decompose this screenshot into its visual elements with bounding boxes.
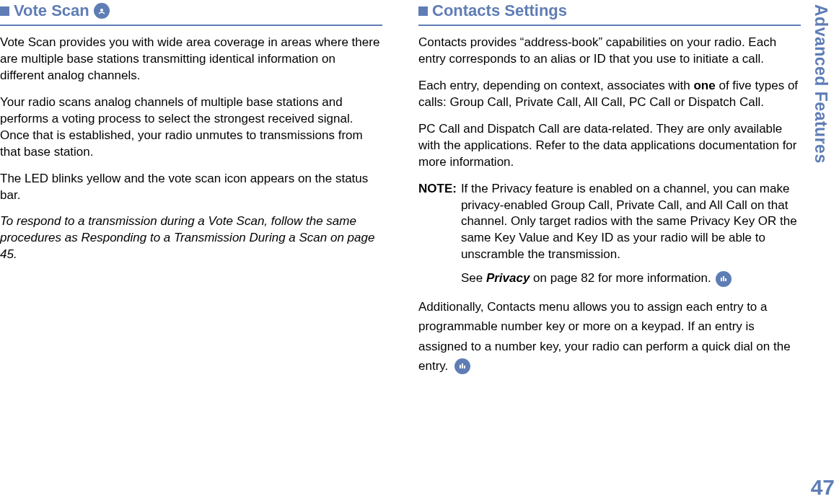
note-block: NOTE: If the Privacy feature is enabled … <box>418 181 801 288</box>
heading-contacts-settings: Contacts Settings <box>432 1 567 20</box>
note-body: If the Privacy feature is enabled on a c… <box>461 181 801 288</box>
text-span: See <box>461 271 486 285</box>
heading-vote-scan: Vote Scan <box>14 1 89 20</box>
contacts-paragraph-1: Contacts provides “address-book” capabil… <box>418 35 801 68</box>
contacts-paragraph-2: Each entry, depending on context, associ… <box>418 78 801 111</box>
text-span: on page 82 for more information. <box>530 271 711 285</box>
svg-rect-5 <box>725 278 726 281</box>
vote-scan-paragraph-3: The LED blinks yellow and the vote scan … <box>0 171 382 204</box>
svg-point-1 <box>100 9 103 12</box>
digital-mode-icon <box>716 271 732 287</box>
left-column: Vote Scan Vote Scan provides you with wi… <box>0 0 382 386</box>
svg-rect-3 <box>721 278 722 281</box>
privacy-link-text: Privacy <box>486 271 530 285</box>
section-bullet-icon <box>418 6 428 16</box>
section-bullet-icon <box>0 6 9 16</box>
digital-mode-icon <box>454 358 470 374</box>
svg-rect-8 <box>462 363 463 368</box>
svg-rect-7 <box>460 365 461 368</box>
columns: Vote Scan Vote Scan provides you with wi… <box>0 0 803 386</box>
heading-row-vote-scan: Vote Scan <box>0 1 382 20</box>
note-see-line: See Privacy on page 82 for more informat… <box>461 270 801 287</box>
text-span: Additionally, Contacts menu allows you t… <box>418 300 791 373</box>
heading-row-contacts: Contacts Settings <box>418 1 801 20</box>
vote-scan-paragraph-4: To respond to a transmission during a Vo… <box>0 213 382 263</box>
vote-scan-paragraph-2: Your radio scans analog channels of mult… <box>0 94 382 161</box>
page: Vote Scan Vote Scan provides you with wi… <box>0 0 839 504</box>
text-span: Each entry, depending on context, associ… <box>418 79 693 92</box>
heading-rule <box>418 25 801 26</box>
vote-scan-icon <box>94 3 110 19</box>
svg-rect-4 <box>723 276 724 281</box>
note-label: NOTE: <box>418 181 457 198</box>
contacts-paragraph-3: PC Call and Dispatch Call are data-relat… <box>418 121 801 171</box>
bold-one: one <box>693 79 715 92</box>
svg-rect-9 <box>464 366 465 368</box>
side-title-container: Advanced Features <box>806 0 835 504</box>
page-number: 47 <box>811 475 835 500</box>
note-text: If the Privacy feature is enabled on a c… <box>461 182 797 262</box>
side-title: Advanced Features <box>811 4 830 164</box>
right-column: Contacts Settings Contacts provides “add… <box>418 0 801 386</box>
heading-rule <box>0 25 382 26</box>
contacts-paragraph-4: Additionally, Contacts menu allows you t… <box>418 297 801 376</box>
vote-scan-paragraph-1: Vote Scan provides you with wide area co… <box>0 35 382 84</box>
